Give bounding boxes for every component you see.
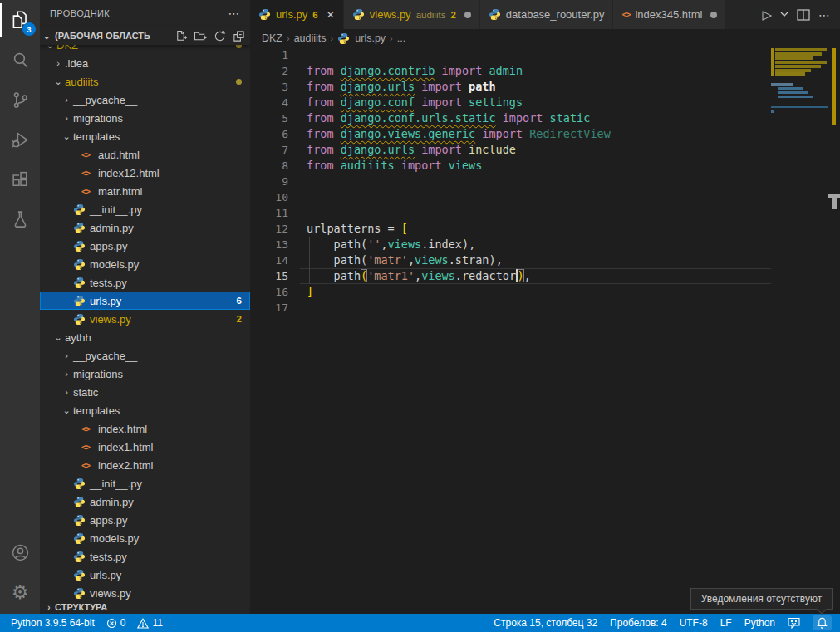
code-line-8[interactable]: 8from audiiits import views [250, 158, 771, 174]
minimap[interactable] [771, 47, 828, 614]
refresh-icon[interactable] [214, 30, 226, 42]
minimap-warning-gutter [771, 48, 774, 76]
code-line-11[interactable]: 11 [250, 205, 771, 221]
status-bell-icon[interactable] [813, 615, 832, 630]
tree-item-audiiits[interactable]: ⌄audiiits [40, 72, 250, 91]
tree-item-views.py[interactable]: views.py2 [40, 310, 250, 328]
code-line-7[interactable]: 7from django.urls import include [250, 142, 771, 158]
tree-item-aythh[interactable]: ⌄aythh [40, 328, 250, 346]
tree-item-matr.html[interactable]: <>matr.html [40, 182, 250, 200]
tab-views.py[interactable]: views.pyaudiiits2 [344, 0, 480, 29]
outline-section-header[interactable]: › СТРУКТУРА [40, 600, 250, 614]
status-python-3-9-5-64-bit[interactable]: Python 3.9.5 64-bit [11, 617, 95, 629]
tree-item-index1.html[interactable]: <>index1.html [40, 438, 250, 456]
status-utf-8[interactable]: UTF-8 [680, 617, 708, 629]
code-line-9[interactable]: 9 [250, 174, 771, 189]
tree-item-migrations[interactable]: ›migrations [40, 365, 250, 383]
tree-item-index12.html[interactable]: <>index12.html [40, 164, 250, 182]
tab-database_roouter.py[interactable]: database_roouter.py [480, 0, 614, 29]
code-line-15[interactable]: 15 path('matr1',views.redactor), [250, 268, 771, 284]
code-line-3[interactable]: 3from django.urls import path [250, 79, 771, 95]
testing-icon[interactable] [0, 199, 40, 239]
status-lf[interactable]: LF [720, 617, 732, 629]
run-debug-icon[interactable] [0, 120, 40, 159]
run-python-file-icon[interactable]: ▷ [762, 8, 772, 21]
dirty-dot-icon[interactable] [464, 12, 471, 18]
code-line-14[interactable]: 14 path('matr',views.stran), [250, 252, 771, 268]
tree-item-models.py[interactable]: models.py [40, 529, 250, 547]
code-line-16[interactable]: 16] [250, 284, 771, 300]
code-line-4[interactable]: 4from django.conf import settings [250, 95, 771, 110]
code-area: 12from django.contrib import admin3from … [250, 47, 840, 614]
tree-item-index.html[interactable]: <>index.html [40, 419, 250, 438]
tree-item-urls.py[interactable]: urls.py [40, 566, 250, 584]
tree-item-index2.html[interactable]: <>index2.html [40, 456, 250, 474]
split-editor-icon[interactable] [797, 9, 810, 21]
tree-item-apps.py[interactable]: apps.py [40, 237, 250, 255]
settings-gear-icon[interactable]: ⚙ [0, 572, 40, 612]
tree-item-tests.py[interactable]: tests.py [40, 273, 250, 292]
tab-index345.html[interactable]: <>index345.html [613, 0, 726, 29]
tree-item-admin.py[interactable]: admin.py [40, 218, 250, 237]
tree-item-urls.py[interactable]: urls.py6 [40, 292, 250, 310]
tab-urls.py[interactable]: urls.py6✕ [250, 0, 344, 29]
code-line-10[interactable]: 10 [250, 189, 771, 205]
tree-item-apps.py[interactable]: apps.py [40, 511, 250, 529]
tree-item-__init__.py[interactable]: __init__.py [40, 474, 250, 492]
workspace-section-header[interactable]: ⌄ (РАБОЧАЯ ОБЛАСТЬ) ... [40, 27, 250, 45]
explorer-more-icon[interactable]: ⋯ [228, 7, 240, 20]
tree-item-templates[interactable]: ⌄templates [40, 401, 250, 419]
code-line-5[interactable]: 5from django.conf.urls.static import sta… [250, 110, 771, 126]
chevron-right-icon: › [43, 603, 55, 612]
status-error[interactable]: 0 [106, 617, 126, 629]
status-пробелов-4[interactable]: Пробелов: 4 [610, 617, 667, 629]
collapse-folders-icon[interactable] [233, 30, 245, 42]
tree-item-migrations[interactable]: ›migrations [40, 109, 250, 127]
new-file-icon[interactable] [174, 30, 187, 42]
close-tab-icon[interactable]: ✕ [327, 9, 335, 21]
tree-item-static[interactable]: ›static [40, 383, 250, 401]
code-line-12[interactable]: 12urlpatterns = [ [250, 221, 771, 237]
tree-item-__pycache__[interactable]: ›__pycache__ [40, 346, 250, 365]
tree-item-__init__.py[interactable]: __init__.py [40, 200, 250, 218]
search-icon[interactable] [0, 40, 40, 80]
tree-item-.idea[interactable]: ›.idea [40, 54, 250, 72]
tree-item-templates[interactable]: ⌄templates [40, 127, 250, 145]
tree-item-DKZ[interactable]: ⌄DKZ [40, 45, 250, 54]
tree-item-tests.py[interactable]: tests.py [40, 547, 250, 566]
status-python[interactable]: Python [744, 617, 775, 629]
code-line-13[interactable]: 13 path('',views.index), [250, 237, 771, 252]
tree-item-aud.html[interactable]: <>aud.html [40, 145, 250, 164]
python-file-icon [73, 313, 90, 326]
code-lines[interactable]: 12from django.contrib import admin3from … [250, 47, 771, 316]
code-line-6[interactable]: 6from django.views.generic import Redire… [250, 126, 771, 142]
extensions-icon[interactable] [0, 159, 40, 199]
status-строка-15-столбец-32[interactable]: Строка 15, столбец 32 [494, 617, 597, 629]
explorer-icon[interactable]: 3 [0, 0, 40, 40]
tree-item-views.py[interactable]: views.py [40, 584, 250, 600]
tabs: urls.py6✕views.pyaudiiits2database_roout… [250, 0, 726, 29]
line-number: 13 [250, 238, 288, 251]
source-control-icon[interactable] [0, 80, 40, 120]
status-warning[interactable]: 11 [137, 617, 162, 629]
breadcrumb-item-...[interactable]: ... [397, 32, 405, 44]
code-line-1[interactable]: 1 [250, 47, 771, 63]
breadcrumb-item-urls.py[interactable]: urls.py [337, 32, 386, 45]
account-icon[interactable] [0, 532, 40, 572]
tree-item-models.py[interactable]: models.py [40, 255, 250, 273]
breadcrumb-item-audiiits[interactable]: audiiits [294, 32, 327, 44]
editor-more-actions-icon[interactable]: ⋯ [818, 8, 830, 22]
status-feedback-icon[interactable] [788, 617, 800, 629]
run-dropdown-chevron-icon[interactable] [780, 12, 788, 17]
tree-item-__pycache__[interactable]: ›__pycache__ [40, 91, 250, 109]
chevron-down-icon: ⌄ [52, 76, 65, 87]
overview-ruler[interactable] [828, 47, 840, 614]
tree-item-admin.py[interactable]: admin.py [40, 492, 250, 511]
python-file-icon [73, 277, 90, 289]
breadcrumb-item-DKZ[interactable]: DKZ [262, 32, 282, 44]
new-folder-icon[interactable] [194, 30, 207, 42]
code-line-2[interactable]: 2from django.contrib import admin [250, 63, 771, 79]
dirty-dot-icon[interactable] [710, 12, 717, 18]
code-line-17[interactable]: 17 [250, 300, 771, 316]
breadcrumb: DKZ›audiiits›urls.py›... [250, 29, 840, 47]
